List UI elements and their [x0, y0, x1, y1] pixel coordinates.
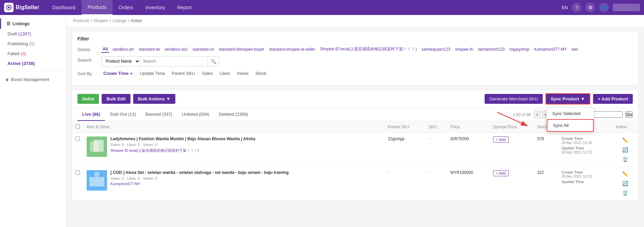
nav-items: Dashboard Products Orders Inventory Repo… [46, 0, 562, 15]
col-item-store: Item & Store [83, 121, 384, 133]
store-standard-tw[interactable]: standard-tw [137, 46, 161, 52]
sync-product-chevron: ▼ [580, 96, 585, 101]
pagination-text: 1-50 of 86 [512, 112, 531, 117]
breadcrumb-shopee[interactable]: Shopee [94, 18, 108, 23]
row1-product-store: Shopee ID local(上架后调高价格记得及时下架！！！) [110, 148, 381, 153]
row2-edit-button[interactable]: ✏️ [622, 170, 629, 178]
nav-inventory[interactable]: Inventory [139, 0, 171, 15]
row2-product-store: Kumamon577 MY [110, 182, 381, 186]
select-all-checkbox[interactable] [75, 124, 80, 129]
sort-parent-sku[interactable]: Parent SKU [170, 70, 197, 77]
row1-product-meta: Sales: 0 Likes: 0 Views: 0 [110, 143, 381, 147]
search-button[interactable]: 🔍 [208, 56, 220, 66]
row2-product-name[interactable]: [ COD ] Alexa Set - setelan wanita - set… [110, 170, 381, 175]
settings-icon[interactable]: ⚙ [586, 3, 595, 12]
row2-thumbnail [87, 170, 107, 191]
main-content: Products > Shopee > Listings > Active Fi… [66, 15, 644, 227]
help-icon[interactable]: ? [572, 3, 581, 12]
store-standard-vn[interactable]: standard-vn [191, 46, 215, 52]
row2-time: Create Time 20 Apr 2021 12:32 Update Tim… [562, 170, 609, 184]
row1-stock: 578 [534, 133, 558, 167]
store-sendbox-tw1[interactable]: sendbox-tw1 [163, 46, 189, 52]
store-wei[interactable]: wei [570, 46, 579, 52]
sort-stock[interactable]: Stock [253, 70, 268, 77]
bulk-actions-button[interactable]: Bulk Actions ▼ [133, 94, 175, 104]
breadcrumb-listings[interactable]: Listings [112, 18, 126, 23]
row2-copy-button[interactable]: 🔄 [622, 180, 629, 187]
add-product-button[interactable]: + Add Product [593, 94, 633, 104]
sync-selected-item[interactable]: Sync Selected [547, 108, 594, 119]
sidebar: ☰ Listings Draft (1307) Publishing (0) F… [0, 15, 66, 227]
generate-sku-button[interactable]: Generate Merchant SKU [485, 94, 542, 104]
svg-rect-5 [93, 140, 104, 152]
nav-orders[interactable]: Orders [112, 0, 139, 15]
table-row: [ COD ] Alexa Set - setelan wanita - set… [72, 167, 638, 200]
tab-sold-out[interactable]: Sold Out (13) [105, 108, 141, 121]
sort-update-time[interactable]: Update Time [138, 70, 167, 77]
delist-button[interactable]: Delist [77, 94, 99, 104]
store-samlequyen123[interactable]: samlequyen123 [420, 46, 452, 52]
row2-product-info: [ COD ] Alexa Set - setelan wanita - set… [110, 170, 381, 186]
sort-views[interactable]: Views [235, 70, 250, 77]
user-avatar [613, 4, 640, 11]
search-type-dropdown[interactable]: Product Name [101, 56, 140, 66]
store-shopee-id-local[interactable]: Shopee ID local(上架后调高价格记得及时下架！！！) [319, 46, 418, 53]
search-input[interactable] [140, 56, 208, 66]
filter-panel: Filter Stores All sandbox-ph standard-tw… [72, 31, 639, 85]
row1-product-info: Ladyfemmes | Fashion Wanita Muslim | Baj… [110, 136, 381, 153]
tab-unlisted[interactable]: Unlisted (934) [177, 108, 214, 121]
products-table-section: Delist Bulk Edit Bulk Actions ▼ Generate… [72, 90, 639, 201]
logo[interactable]: BigSeller [4, 3, 39, 12]
filter-search-row: Search Product Name 🔍 [77, 56, 633, 66]
row1-price: IDR75000 [447, 133, 490, 167]
row2-product-meta: Sales: 0 Likes: 0 Views: 0 [110, 176, 381, 180]
row2-delete-button[interactable]: 🗑️ [622, 189, 629, 197]
sync-product-button[interactable]: Sync Product ▼ [545, 93, 591, 104]
sort-sales[interactable]: Sales [200, 70, 215, 77]
row1-delete-button[interactable]: 🗑️ [622, 156, 629, 163]
store-kumamon577[interactable]: Kumamon577 MY [533, 46, 568, 52]
store-all[interactable]: All [101, 46, 109, 53]
user-icon[interactable]: 👤 [599, 3, 609, 12]
toolbar-right: Generate Merchant SKU Sync Product ▼ + A… [485, 93, 633, 104]
row1-special-price-add[interactable]: + Add [493, 136, 509, 143]
sidebar-item-active[interactable]: Active (3738) [0, 59, 66, 68]
col-sku: SKU [425, 121, 447, 133]
row1-edit-button[interactable]: ✏️ [622, 136, 629, 144]
sort-options: Create Time ▼ Update Time Parent SKU Sal… [101, 70, 268, 77]
sidebar-item-draft[interactable]: Draft (1307) [0, 29, 66, 39]
tab-deleted[interactable]: Deleted (2368) [214, 108, 253, 121]
store-sandbox-ph[interactable]: sandbox-ph [111, 46, 135, 52]
language-selector[interactable]: EN [562, 5, 568, 10]
nav-dashboard[interactable]: Dashboard [46, 0, 82, 15]
tab-live[interactable]: Live (86) [77, 108, 105, 121]
sort-create-time[interactable]: Create Time ▼ [101, 70, 135, 77]
row2-special-price-add[interactable]: + Add [493, 170, 509, 176]
store-standard-shopee-id-seller[interactable]: standard-shopee-id-seller [268, 46, 317, 52]
sidebar-item-failed[interactable]: Failed (3) [0, 49, 66, 59]
nav-report[interactable]: Report [171, 0, 198, 15]
bulk-actions-chevron: ▼ [166, 96, 171, 101]
bulk-edit-button[interactable]: Bulk Edit [102, 94, 130, 104]
sidebar-item-boost[interactable]: ◈ Boost Management [0, 74, 66, 85]
sidebar-item-publishing[interactable]: Publishing (0) [0, 39, 66, 49]
filter-stores-row: Stores All sandbox-ph standard-tw sendbo… [77, 46, 633, 53]
store-standard-idshopee-buyer[interactable]: standard-idshopee-buyer [217, 46, 265, 52]
sort-likes[interactable]: Likes [218, 70, 232, 77]
tab-banned[interactable]: Banned (337) [141, 108, 177, 121]
filter-sort-row: Sort By Create Time ▼ Update Time Parent… [77, 70, 633, 77]
row1-copy-button[interactable]: 🔄 [622, 146, 629, 153]
stores-label: Stores [77, 46, 98, 52]
sync-all-item[interactable]: Sync All [547, 119, 594, 132]
nav-products[interactable]: Products [82, 0, 112, 15]
store-shopee-th[interactable]: shopee-th [454, 46, 474, 52]
breadcrumb-products[interactable]: Products [73, 18, 89, 23]
go-button[interactable]: Go [625, 111, 633, 118]
store-lamtanninh123[interactable]: lamtanninh123 [477, 46, 506, 52]
store-happyshop[interactable]: happyshop [508, 46, 531, 52]
prev-page-button[interactable]: ‹ [534, 111, 540, 118]
row1-checkbox[interactable] [75, 136, 80, 141]
breadcrumb: Products > Shopee > Listings > Active [66, 15, 644, 27]
row1-product-name[interactable]: Ladyfemmes | Fashion Wanita Muslim | Baj… [110, 136, 381, 141]
row2-checkbox[interactable] [75, 170, 80, 175]
